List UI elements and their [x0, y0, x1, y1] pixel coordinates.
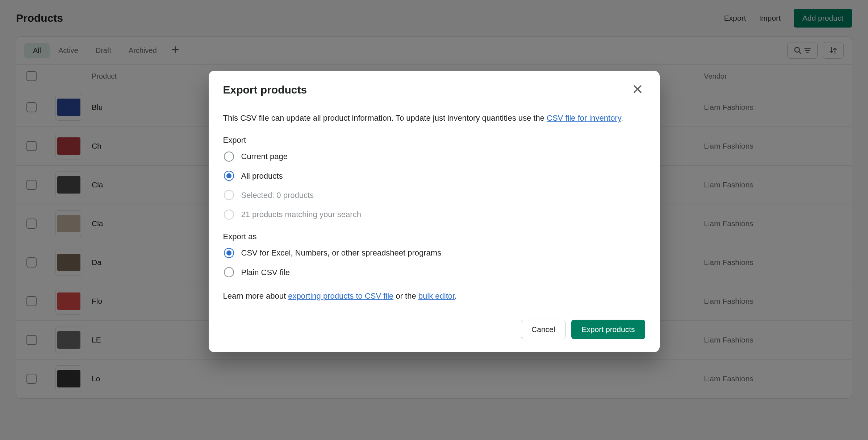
exporting-csv-link[interactable]: exporting products to CSV file	[288, 291, 393, 300]
export-scope-group: Current page All products Selected: 0 pr…	[224, 150, 645, 221]
radio-icon	[224, 151, 234, 162]
intro-text-pre: This CSV file can update all product inf…	[223, 113, 547, 123]
export-products-button[interactable]: Export products	[571, 320, 645, 339]
radio-label: Current page	[241, 150, 288, 163]
modal-body: This CSV file can update all product inf…	[209, 101, 660, 309]
radio-label: All products	[241, 170, 283, 182]
radio-icon	[224, 209, 234, 220]
radio-selected-products: Selected: 0 products	[224, 189, 645, 202]
learn-mid: or the	[393, 291, 418, 300]
radio-all-products[interactable]: All products	[224, 170, 645, 182]
radio-label: CSV for Excel, Numbers, or other spreads…	[241, 246, 442, 259]
export-as-label: Export as	[223, 230, 645, 243]
radio-label: Selected: 0 products	[241, 189, 314, 202]
radio-matching-search: 21 products matching your search	[224, 208, 645, 221]
modal-title: Export products	[223, 84, 307, 96]
radio-current-page[interactable]: Current page	[224, 150, 645, 163]
radio-icon	[224, 267, 234, 277]
bulk-editor-link[interactable]: bulk editor	[418, 291, 455, 300]
export-scope-label: Export	[223, 134, 645, 146]
radio-icon	[224, 248, 234, 258]
close-button[interactable]	[630, 82, 645, 98]
learn-more: Learn more about exporting products to C…	[223, 290, 645, 302]
radio-icon	[224, 171, 234, 181]
intro-text-post: .	[621, 113, 623, 123]
close-icon	[632, 84, 643, 95]
export-products-modal: Export products This CSV file can update…	[209, 71, 660, 352]
learn-post: .	[455, 291, 457, 300]
radio-label: Plain CSV file	[241, 266, 290, 279]
export-format-group: CSV for Excel, Numbers, or other spreads…	[224, 246, 645, 278]
modal-intro: This CSV file can update all product inf…	[223, 112, 645, 124]
csv-inventory-link[interactable]: CSV file for inventory	[547, 113, 621, 123]
modal-header: Export products	[209, 71, 660, 101]
modal-footer: Cancel Export products	[209, 309, 660, 352]
modal-overlay[interactable]: Export products This CSV file can update…	[0, 0, 868, 440]
cancel-button[interactable]: Cancel	[521, 320, 566, 339]
radio-plain-csv[interactable]: Plain CSV file	[224, 266, 645, 279]
radio-icon	[224, 190, 234, 200]
learn-pre: Learn more about	[223, 291, 288, 300]
radio-label: 21 products matching your search	[241, 208, 361, 221]
radio-csv-excel[interactable]: CSV for Excel, Numbers, or other spreads…	[224, 246, 645, 259]
